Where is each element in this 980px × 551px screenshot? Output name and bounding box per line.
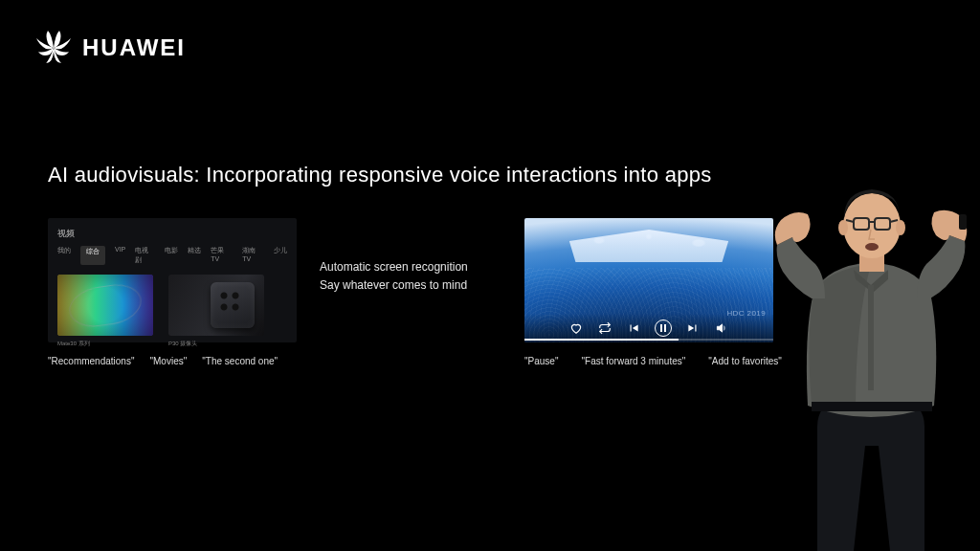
tv-tab: VIP (115, 246, 125, 265)
tv-section-header: 视频 (57, 228, 287, 240)
tv-tab: 电视剧 (135, 246, 155, 265)
voice-command: "The second one" (202, 356, 278, 366)
voice-command: "Movies" (149, 356, 187, 366)
voice-command: "Recommendations" (48, 356, 134, 366)
presenter-figure (731, 101, 980, 551)
svg-rect-0 (868, 285, 874, 390)
svg-rect-7 (875, 218, 890, 230)
tv-screen: 视频 我的 综合 VIP 电视剧 电影 精选 芒果TV 湖南TV 少儿 (48, 218, 297, 342)
huawei-wordmark: HUAWEI (82, 34, 186, 61)
tv-tab: 湖南TV (242, 246, 264, 265)
svg-point-11 (865, 243, 879, 251)
svg-point-5 (896, 220, 905, 235)
tv-tab: 我的 (57, 246, 71, 265)
tv-tabs: 我的 综合 VIP 电视剧 电影 精选 芒果TV 湖南TV 少儿 (57, 246, 287, 265)
svg-point-4 (838, 220, 848, 235)
tile-caption: P30 摄像头 (168, 340, 264, 348)
tv-tab: 精选 (188, 246, 201, 265)
slide-title: AI audiovisuals: Incorporating responsiv… (48, 163, 794, 187)
mid-line: Automatic screen recognition (320, 258, 501, 276)
tv-tile-phone-gradient (57, 275, 153, 336)
voice-command: "Pause" (524, 356, 558, 366)
favorite-icon (568, 320, 584, 336)
tv-tile-camera-module (168, 275, 264, 336)
svg-rect-6 (854, 218, 869, 230)
presentation-frame: HUAWEI AI audiovisuals: Incorporating re… (0, 0, 980, 551)
tv-ui-example: 视频 我的 综合 VIP 电视剧 电影 精选 芒果TV 湖南TV 少儿 (48, 218, 297, 366)
tv-tab: 芒果TV (211, 246, 233, 265)
pause-icon (655, 320, 672, 337)
tile-caption: Mate30 系列 (57, 340, 153, 348)
loop-icon (597, 320, 612, 336)
svg-rect-1 (959, 214, 967, 230)
huawei-logo: HUAWEI (34, 29, 186, 67)
mid-line: Say whatever comes to mind (320, 276, 501, 295)
svg-rect-12 (812, 402, 932, 411)
slide-content: AI audiovisuals: Incorporating responsiv… (48, 163, 794, 366)
voice-command: "Fast forward 3 minutes" (581, 356, 685, 366)
previous-track-icon (626, 320, 641, 336)
middle-description: Automatic screen recognition Say whateve… (320, 218, 501, 295)
next-track-icon (685, 320, 701, 336)
tv-tab: 电影 (165, 246, 178, 265)
tv-tab: 少儿 (274, 246, 287, 265)
voice-command-captions: "Recommendations" "Movies" "The second o… (48, 356, 297, 366)
huawei-petal-icon (34, 29, 73, 67)
tv-tab: 综合 (80, 246, 105, 265)
